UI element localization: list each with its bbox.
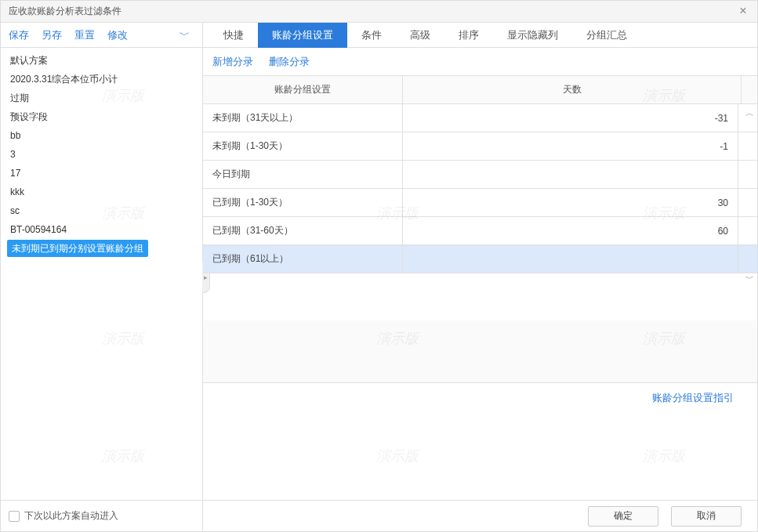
chevron-down-icon[interactable]: ﹀ [175,27,194,44]
tab-2[interactable]: 条件 [347,23,396,48]
col-aging-group: 账龄分组设置 [203,76,403,103]
cell-aging-name[interactable]: 已到期（31-60天） [203,217,403,244]
dialog-footer: 确定 取消 [203,500,757,531]
tab-1[interactable]: 账龄分组设置 [258,23,347,48]
close-icon[interactable]: × [735,4,751,18]
tab-5[interactable]: 显示隐藏列 [493,23,572,48]
tab-6[interactable]: 分组汇总 [572,23,641,48]
cell-days[interactable]: 60 [403,217,738,244]
tab-bar: 快捷账龄分组设置条件高级排序显示隐藏列分组汇总 [203,23,757,48]
scroll-up-icon[interactable]: ︿ [744,107,755,119]
title-bar: 应收款账龄分析表过滤条件 × [1,1,757,23]
table-header: 账龄分组设置 天数 [203,76,757,104]
scheme-item[interactable]: bb [1,126,202,145]
cell-gutter [738,189,757,216]
cell-days[interactable] [403,245,738,273]
scheme-item[interactable]: 未到期已到期分别设置账龄分组 [7,240,148,257]
scheme-item[interactable]: 17 [1,164,202,183]
left-panel: 保存 另存 重置 修改 ﹀ 默认方案2020.3.31综合本位币小计过期预设字段… [1,23,203,531]
modify-button[interactable]: 修改 [107,28,128,42]
cell-gutter [738,132,757,160]
scheme-item[interactable]: 3 [1,145,202,164]
cell-days[interactable]: -31 [403,104,738,132]
table-row[interactable]: 已到期（31-60天）60 [203,217,757,245]
cell-gutter [738,161,757,188]
cell-aging-name[interactable]: 今日到期 [203,161,403,188]
ok-button[interactable]: 确定 [588,506,658,527]
scheme-item[interactable]: 2020.3.31综合本位币小计 [1,70,202,89]
right-panel: 快捷账龄分组设置条件高级排序显示隐藏列分组汇总 新增分录 删除分录 账龄分组设置… [203,23,757,531]
cell-days[interactable]: -1 [403,132,738,160]
table-row[interactable]: 未到期（1-30天）-1 [203,132,757,161]
scheme-item[interactable]: sc [1,201,202,220]
dialog-title: 应收款账龄分析表过滤条件 [9,5,121,18]
dialog-body: 保存 另存 重置 修改 ﹀ 默认方案2020.3.31综合本位币小计过期预设字段… [1,23,757,531]
col-scroll [742,76,757,103]
sub-action-bar: 新增分录 删除分录 [203,48,757,76]
scheme-item[interactable]: 默认方案 [1,51,202,70]
aging-guide-link[interactable]: 账龄分组设置指引 [203,383,757,413]
aging-table: 账龄分组设置 天数 ︿ 未到期（31天以上）-31未到期（1-30天）-1今日到… [203,76,757,500]
col-days: 天数 [403,76,742,103]
delete-entry-button[interactable]: 删除分录 [269,55,310,69]
table-row[interactable]: 已到期（61以上） [203,245,757,273]
auto-enter-checkbox[interactable] [9,511,20,522]
table-row[interactable]: 未到期（31天以上）-31 [203,104,757,132]
table-row[interactable]: 已到期（1-30天）30 [203,189,757,217]
scroll-down-icon[interactable]: ﹀ [744,273,755,284]
scheme-item[interactable]: kkk [1,183,202,201]
save-button[interactable]: 保存 [9,28,29,42]
cell-aging-name[interactable]: 未到期（1-30天） [203,132,403,160]
scheme-item[interactable]: 预设字段 [1,107,202,126]
table-row[interactable]: 今日到期 [203,161,757,189]
cell-aging-name[interactable]: 已到期（1-30天） [203,189,403,216]
scheme-actions: 保存 另存 重置 修改 ﹀ [1,23,202,48]
cell-gutter [738,245,757,273]
cancel-button[interactable]: 取消 [671,506,742,527]
tab-4[interactable]: 排序 [444,23,493,48]
add-entry-button[interactable]: 新增分录 [212,55,253,69]
cell-days[interactable]: 30 [403,189,738,216]
cell-aging-name[interactable]: 未到期（31天以上） [203,104,403,132]
cell-gutter [738,217,757,244]
scheme-item[interactable]: 过期 [1,89,202,107]
tab-0[interactable]: 快捷 [209,23,258,48]
tab-3[interactable]: 高级 [396,23,444,48]
save-as-button[interactable]: 另存 [42,28,62,42]
reset-button[interactable]: 重置 [74,28,95,42]
auto-enter-label: 下次以此方案自动进入 [24,509,118,523]
dialog: 应收款账龄分析表过滤条件 × 保存 另存 重置 修改 ﹀ 默认方案2020.3.… [0,0,758,532]
auto-enter-row: 下次以此方案自动进入 [1,500,202,531]
scheme-item[interactable]: BT-00594164 [1,220,202,239]
table-body: ︿ 未到期（31天以上）-31未到期（1-30天）-1今日到期已到期（1-30天… [203,104,757,273]
cell-aging-name[interactable]: 已到期（61以上） [203,245,403,273]
cell-days[interactable] [403,161,738,188]
scheme-list: 默认方案2020.3.31综合本位币小计过期预设字段bb317kkkscBT-0… [1,48,202,500]
table-blank-area [203,320,757,383]
